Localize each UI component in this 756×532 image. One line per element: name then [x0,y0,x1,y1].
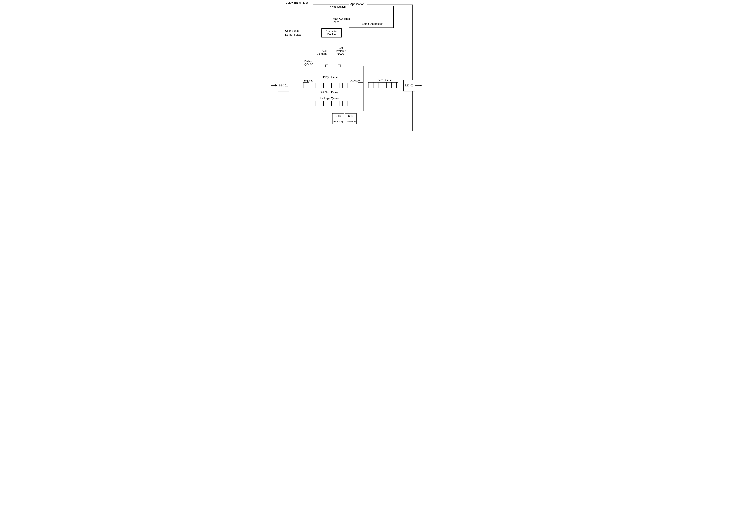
get-available-port [338,65,341,67]
delay-transmitter-tab: Delay Transmitter [284,1,311,5]
nic02-box: NIC 02 [403,80,415,92]
skb2-bot: Timestamp [345,119,357,124]
skb2-bot-label: Timestamp [345,120,356,123]
read-available-label: Read Available Space [332,17,350,24]
skb1-bot: Timestamp [332,119,344,124]
user-kernel-boundary-right [341,33,412,33]
skb1-top: SKB [332,113,344,119]
driver-queue [368,82,398,89]
skb2-top: SKB [345,113,357,119]
skb2-top-label: SKB [348,115,353,118]
dequeue-port [358,82,363,89]
enqueue-label: Enqueue [304,79,313,82]
kernel-space-label: Kernel Space [285,33,302,37]
nic02-label: NIC 02 [405,84,414,87]
application-title: Application [350,2,364,6]
write-delays-label: Write Delays [330,5,346,9]
nic01-label: NIC 01 [279,84,288,87]
delay-qdisc-title: Delay QDISC [304,60,316,66]
nic01-box: NIC 01 [278,80,289,92]
skb1-bot-label: Timestamp [333,120,343,123]
driver-queue-label: Driver Queue [376,79,392,82]
skb1-top-label: SKB [336,115,341,118]
character-device-label: Character Device [322,30,341,36]
get-available-label: Get Avalable Space [335,46,347,56]
distribution-label: Some Distribution [360,22,386,26]
application-tab: Application [349,2,365,6]
delay-queue-label: Delay Queue [322,76,338,79]
enqueue-port [303,82,309,89]
dequeue-label: Dequeue [350,79,360,82]
get-next-delay-label: Get Next Delay [320,91,338,94]
package-queue [314,101,349,106]
delay-transmitter-title: Delay Transmitter [285,1,308,4]
add-element-label: Add Element [316,49,327,55]
package-queue-label: Package Queue [320,97,339,100]
character-device-box: Character Device [321,28,341,38]
user-space-label: User Space [285,29,299,33]
delay-queue [314,83,349,88]
user-kernel-boundary [284,33,321,33]
add-element-port [325,65,328,67]
delay-qdisc-tab: Delay QDISC [303,59,317,66]
